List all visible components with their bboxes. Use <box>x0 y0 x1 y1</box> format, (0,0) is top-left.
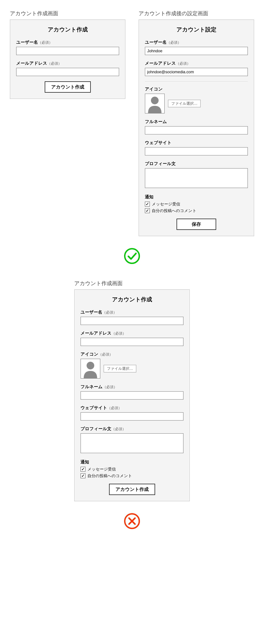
bad-create-notify-label: 通知 <box>81 459 183 465</box>
bad-create-cb2-checkbox[interactable]: ✓ <box>81 473 86 478</box>
avatar-placeholder-icon <box>145 94 165 114</box>
good-judgement <box>10 248 254 265</box>
bad-create-profile-textarea[interactable] <box>81 433 183 453</box>
bad-create-website-field: ウェブサイト（必須） <box>81 405 183 420</box>
good-create-panel: アカウント作成 ユーザー名（必須） メールアドレス（必須） アカウント作成 <box>10 20 126 99</box>
bad-create-cb2-label: 自分の投稿へのコメント <box>87 473 132 478</box>
good-create-email-input[interactable] <box>16 68 119 76</box>
good-settings-column: アカウント作成後の設定画面 アカウント設定 ユーザー名（必須） メールアドレス（… <box>138 10 254 236</box>
good-settings-username-label: ユーザー名（必須） <box>145 39 248 45</box>
good-create-username-field: ユーザー名（必須） <box>16 39 119 55</box>
bad-create-profile-field: プロフィール文（必須） <box>81 426 183 454</box>
good-settings-website-field: ウェブサイト <box>145 140 248 156</box>
good-settings-panel-title: アカウント設定 <box>145 26 248 34</box>
good-settings-email-input[interactable] <box>145 68 248 76</box>
good-settings-email-label: メールアドレス（必須） <box>145 60 248 66</box>
good-settings-icon-label: アイコン <box>145 86 248 92</box>
bad-create-fullname-label: フルネーム（必須） <box>81 384 183 390</box>
bad-create-cb1-checkbox[interactable]: ✓ <box>81 467 86 472</box>
bad-create-email-field: メールアドレス（必須） <box>81 330 183 346</box>
good-create-panel-title: アカウント作成 <box>16 26 119 34</box>
good-settings-username-field: ユーザー名（必須） <box>145 39 248 55</box>
bad-create-panel: アカウント作成 ユーザー名（必須） メールアドレス（必須） アイコン（必須） <box>74 290 190 501</box>
good-example-row: アカウント作成画面 アカウント作成 ユーザー名（必須） メールアドレス（必須） <box>10 10 254 236</box>
bad-create-icon-field: アイコン（必須） ファイル選択… <box>81 351 183 378</box>
bad-judgement <box>10 513 254 530</box>
good-settings-panel: アカウント設定 ユーザー名（必須） メールアドレス（必須） アイコン <box>138 20 254 236</box>
svg-point-0 <box>151 96 158 104</box>
good-settings-email-field: メールアドレス（必須） <box>145 60 248 76</box>
bad-create-email-label: メールアドレス（必須） <box>81 330 183 336</box>
good-create-submit-button[interactable]: アカウント作成 <box>45 81 91 92</box>
good-create-column: アカウント作成画面 アカウント作成 ユーザー名（必須） メールアドレス（必須） <box>10 10 126 236</box>
bad-create-screen-title: アカウント作成画面 <box>74 280 123 287</box>
bad-create-panel-title: アカウント作成 <box>81 296 183 303</box>
good-settings-profile-label: プロフィール文 <box>145 161 248 166</box>
good-settings-fullname-field: フルネーム <box>145 119 248 134</box>
good-settings-cb2-checkbox[interactable]: ✓ <box>145 208 150 213</box>
good-settings-website-label: ウェブサイト <box>145 140 248 146</box>
good-settings-screen-title: アカウント作成後の設定画面 <box>138 10 254 17</box>
good-settings-notify-label: 通知 <box>145 194 248 200</box>
avatar-placeholder-icon <box>81 359 100 378</box>
svg-point-1 <box>125 249 139 263</box>
bad-create-cb1-label: メッセージ受信 <box>87 466 116 472</box>
good-settings-icon-field: アイコン ファイル選択… <box>145 86 248 114</box>
good-settings-cb2-label: 自分の投稿へのコメント <box>152 208 197 213</box>
good-settings-profile-textarea[interactable] <box>145 168 248 188</box>
good-settings-profile-field: プロフィール文 <box>145 161 248 189</box>
good-create-username-input[interactable] <box>16 47 119 55</box>
bad-create-username-field: ユーザー名（必須） <box>81 309 183 325</box>
bad-create-submit-button[interactable]: アカウント作成 <box>109 484 155 495</box>
bad-create-username-label: ユーザー名（必須） <box>81 309 183 315</box>
good-settings-fullname-input[interactable] <box>145 126 248 134</box>
bad-create-icon-label: アイコン（必須） <box>81 351 183 357</box>
bad-example-block: アカウント作成画面 アカウント作成 ユーザー名（必須） メールアドレス（必須） <box>10 280 254 501</box>
bad-create-file-select-button[interactable]: ファイル選択… <box>104 365 136 372</box>
bad-create-website-label: ウェブサイト（必須） <box>81 405 183 411</box>
svg-point-2 <box>87 362 94 369</box>
bad-create-username-input[interactable] <box>81 317 183 325</box>
bad-create-fullname-input[interactable] <box>81 391 183 400</box>
bad-create-profile-label: プロフィール文（必須） <box>81 426 183 432</box>
bad-create-website-input[interactable] <box>81 412 183 420</box>
bad-create-fullname-field: フルネーム（必須） <box>81 384 183 400</box>
good-settings-notify-section: 通知 ✓ メッセージ受信 ✓ 自分の投稿へのコメント <box>145 194 248 213</box>
good-create-email-field: メールアドレス（必須） <box>16 60 119 76</box>
good-settings-submit-button[interactable]: 保存 <box>177 219 216 230</box>
good-settings-cb1-label: メッセージ受信 <box>152 202 180 207</box>
good-create-screen-title: アカウント作成画面 <box>10 10 126 17</box>
good-settings-username-input[interactable] <box>145 47 248 55</box>
good-settings-cb1-checkbox[interactable]: ✓ <box>145 202 150 206</box>
good-settings-website-input[interactable] <box>145 147 248 156</box>
good-settings-file-select-button[interactable]: ファイル選択… <box>168 100 201 107</box>
divider <box>145 81 248 82</box>
bad-cross-icon <box>124 527 140 530</box>
good-settings-fullname-label: フルネーム <box>145 119 248 124</box>
bad-create-email-input[interactable] <box>81 338 183 346</box>
good-create-email-label: メールアドレス（必須） <box>16 60 119 66</box>
good-create-username-label: ユーザー名（必須） <box>16 39 119 45</box>
bad-create-notify-section: 通知 ✓ メッセージ受信 ✓ 自分の投稿へのコメント <box>81 459 183 478</box>
good-check-icon <box>124 262 140 265</box>
